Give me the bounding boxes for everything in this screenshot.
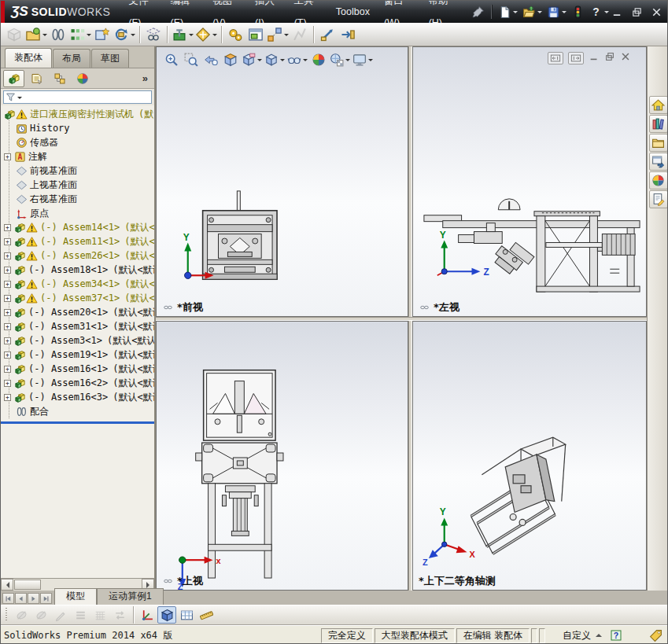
expand-toggle[interactable]: +	[4, 394, 11, 401]
explode-line-sketch-button[interactable]	[290, 24, 310, 45]
insert-components-button[interactable]	[24, 24, 48, 45]
tree-item[interactable]: +(-) Assem3<1>(默认<默认_	[1, 333, 154, 348]
tree-item[interactable]: +(-) Assem37<1>(默认<默	[1, 291, 154, 305]
apply-scene-dropdown[interactable]	[345, 59, 350, 64]
tab-motion-study-1[interactable]: 运动算例1	[97, 588, 164, 605]
mate-button[interactable]	[48, 24, 68, 45]
show-hidden-components-button[interactable]	[143, 24, 164, 45]
traffic-light-button[interactable]	[569, 4, 587, 20]
expand-toggle[interactable]: +	[4, 267, 11, 274]
linear-component-pattern-dropdown[interactable]	[87, 34, 91, 39]
move-component-button[interactable]	[113, 24, 136, 45]
expand-toggle[interactable]: +	[4, 380, 11, 387]
reference-geometry-button[interactable]	[194, 24, 218, 45]
tree-item[interactable]: History	[1, 121, 154, 135]
tree-item[interactable]: +(-) Assem16<3>(默认<默认_	[1, 390, 154, 404]
viewport-top[interactable]: x Z *上视	[156, 321, 408, 591]
filter-driving-button[interactable]	[31, 606, 50, 624]
menu-toolbox[interactable]: Toolbox	[329, 1, 377, 23]
scrollbar-thumb[interactable]	[14, 580, 41, 590]
move-component-dropdown[interactable]	[131, 34, 135, 39]
tree-item[interactable]: +(-) Assem11<1>(默认<默	[1, 234, 154, 248]
new-motion-study-button[interactable]	[225, 24, 245, 45]
insert-components-dropdown[interactable]	[42, 34, 47, 39]
open-document-button[interactable]	[520, 4, 544, 20]
save-button[interactable]	[544, 4, 569, 20]
hide-show-items-button[interactable]	[286, 50, 308, 69]
viewport-left[interactable]: Y Z *左视	[412, 46, 647, 317]
view-settings-button[interactable]	[352, 50, 374, 69]
display-style-dropdown[interactable]	[280, 59, 285, 64]
expand-toggle[interactable]: +	[4, 281, 11, 288]
display-style-button[interactable]	[264, 50, 286, 69]
minimize-doc-button[interactable]	[589, 51, 600, 64]
tree-item[interactable]: +(-) Assem34<1>(默认<默	[1, 277, 154, 291]
instant-3d-button[interactable]	[317, 24, 338, 45]
filter-animation-button[interactable]	[12, 606, 31, 624]
tree-item[interactable]: +(-) Assem16<2>(默认<默认_	[1, 376, 154, 390]
split-left-button[interactable]	[548, 52, 563, 64]
minimize-window-button[interactable]	[611, 6, 623, 18]
close-doc-button[interactable]	[620, 51, 631, 64]
measure-ruler-button[interactable]	[197, 606, 216, 624]
new-document-dropdown[interactable]	[513, 11, 518, 16]
panel-tab-configurationmanager[interactable]	[49, 70, 70, 87]
tree-item[interactable]: 右视基准面	[1, 192, 154, 206]
linear-component-pattern-button[interactable]	[68, 24, 92, 45]
home-button[interactable]	[649, 96, 668, 114]
panel-tab-featuremanager-tree[interactable]	[3, 70, 24, 87]
tag-button[interactable]	[649, 629, 662, 642]
tree-item[interactable]: 传感器	[1, 135, 154, 149]
split-right-button[interactable]	[568, 52, 584, 64]
viewport-dimetric[interactable]: Y X Z *上下二等角轴测	[412, 321, 647, 591]
tree-item[interactable]: 上视基准面	[1, 178, 154, 192]
expand-toggle[interactable]: +	[4, 252, 11, 259]
pin-button[interactable]	[469, 4, 487, 20]
help-button[interactable]: ?	[587, 4, 611, 20]
assembly-features-dropdown[interactable]	[189, 34, 194, 39]
tree-item[interactable]: +(-) Assem16<1>(默认<默认_	[1, 362, 154, 376]
scroll-left-button[interactable]	[1, 579, 13, 591]
reference-geometry-dropdown[interactable]	[212, 34, 217, 39]
expand-toggle[interactable]: +	[4, 295, 11, 302]
tab-model[interactable]: 模型	[54, 588, 97, 605]
tree-item[interactable]: 配合	[1, 404, 154, 418]
panel-tabs-expand-chevron[interactable]: »	[142, 72, 150, 84]
filter-dropdown[interactable]	[17, 97, 22, 101]
toolbar-drag-handle[interactable]	[6, 608, 7, 622]
nav-first-button[interactable]	[2, 593, 14, 604]
view-orientation-dropdown[interactable]	[257, 59, 262, 64]
tree-item[interactable]: +(-) Assem20<1>(默认<默认_	[1, 305, 154, 319]
view-cube-button[interactable]	[157, 606, 176, 624]
file-explorer-button[interactable]	[649, 134, 668, 152]
restore-doc-button[interactable]	[604, 51, 615, 64]
tree-filter-input[interactable]	[3, 90, 152, 104]
exploded-view-dropdown[interactable]	[284, 34, 289, 39]
design-library-button[interactable]	[649, 115, 668, 133]
assembly-window-button[interactable]	[245, 24, 266, 45]
display-lines-button[interactable]	[71, 606, 90, 624]
quick-tips-button[interactable]: ?	[610, 629, 622, 642]
expand-toggle[interactable]: +	[4, 337, 11, 344]
tree-item[interactable]: +(-) Assem31<1>(默认<默认_	[1, 319, 154, 333]
view-palette-button[interactable]	[649, 153, 668, 171]
hide-show-items-dropdown[interactable]	[303, 59, 308, 64]
zoom-to-fit-button[interactable]	[162, 50, 181, 69]
appearances-button[interactable]	[649, 171, 668, 190]
grid-snap-button[interactable]	[90, 606, 109, 624]
close-window-button[interactable]	[651, 6, 662, 18]
speedpak-button[interactable]	[338, 24, 358, 45]
zoom-to-area-button[interactable]	[182, 50, 201, 69]
grid-table-button[interactable]	[177, 606, 196, 624]
expand-toggle[interactable]: +	[4, 224, 11, 231]
tree-item[interactable]: 前视基准面	[1, 164, 154, 178]
expand-toggle[interactable]: +	[4, 351, 11, 359]
expand-toggle[interactable]: +	[4, 153, 11, 160]
smart-fasteners-button[interactable]	[92, 24, 113, 45]
tree-item[interactable]: 进口液压阀密封性测试机(默	[1, 107, 154, 121]
save-dropdown[interactable]	[562, 11, 567, 16]
tree-item[interactable]: +(-) Assem14<1>(默认<默	[1, 220, 154, 234]
tab-layout[interactable]: 布局	[53, 49, 90, 68]
nav-previous-button[interactable]	[15, 593, 27, 604]
tree-item[interactable]: +A注解	[1, 149, 154, 164]
